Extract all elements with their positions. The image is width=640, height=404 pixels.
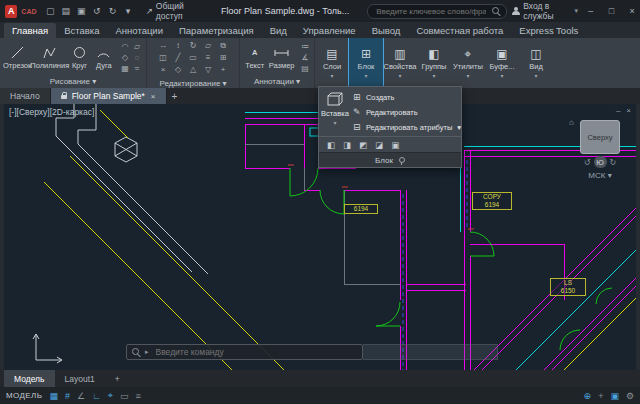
modify-tool-icon[interactable]: ▱ [201, 40, 216, 52]
panel-block-button[interactable]: ⊞ Блок ▾ [349, 38, 383, 88]
workspace-icon[interactable]: + [598, 391, 603, 401]
ribbon-tab-insert[interactable]: Вставка [56, 23, 107, 38]
close-button[interactable]: × [624, 6, 640, 16]
annotate-extra-icon[interactable]: ▤ [299, 63, 311, 74]
panel-modify-label[interactable]: Редактирование ▾ [147, 78, 239, 88]
block-attr-tool-icon[interactable]: ◨ [343, 140, 351, 150]
create-block-item[interactable]: ⊞ Создать [349, 90, 464, 104]
edit-attributes-item[interactable]: ⊟ Редактировать атрибуты ▾ [349, 120, 464, 134]
signin-link[interactable]: Вход в службы [523, 1, 569, 21]
viewcube[interactable]: ⌂ Сверху ↺ Ю ↻ МСК ▾ [572, 120, 628, 180]
ribbon-tab-home[interactable]: Главная [4, 23, 56, 38]
arc-tool[interactable]: Дуга [93, 45, 115, 70]
ribbon-tab-express[interactable]: Express Tools [511, 23, 586, 38]
snap-toggle-icon[interactable]: # [65, 391, 70, 401]
block-attr-tool-icon[interactable]: ◪ [375, 140, 383, 150]
customization-gear-icon[interactable]: ⚙ [626, 391, 634, 401]
draw-extra-icon[interactable]: ◠ [119, 41, 131, 52]
qat-customize-icon[interactable]: ▾ [122, 6, 134, 16]
isolate-objects-icon[interactable]: ▣ [610, 391, 619, 401]
rotate-ccw-icon[interactable]: ↺ [584, 158, 591, 167]
open-file-icon[interactable]: ▤ [60, 6, 72, 16]
modify-tool-icon[interactable]: ◫ [156, 52, 171, 64]
panel-clipboard-button[interactable]: ▣ Буфе... ▾ [485, 38, 519, 88]
polar-tracking-icon[interactable]: ∠ [77, 391, 85, 401]
edit-block-item[interactable]: ✎ Редактировать [349, 105, 464, 119]
command-search-icon[interactable] [132, 348, 140, 356]
redo-icon[interactable]: ↻ [107, 6, 119, 16]
file-tab-start[interactable]: Начало [0, 88, 51, 104]
maximize-button[interactable]: □ [604, 6, 620, 16]
command-line[interactable]: ▸ [126, 344, 498, 360]
new-tab-button[interactable]: + [167, 88, 183, 104]
command-input[interactable] [154, 346, 357, 358]
model-tab[interactable]: Модель [4, 370, 55, 387]
ribbon-tab-collaborate[interactable]: Совместная работа [408, 23, 511, 38]
viewcube-face[interactable]: Сверху [580, 120, 620, 154]
undo-icon[interactable]: ↺ [91, 6, 103, 16]
modify-tool-icon[interactable]: △ [186, 64, 201, 76]
draw-extra-icon[interactable]: ▱ [131, 41, 143, 52]
panel-draw-label[interactable]: Рисование ▾ [0, 76, 146, 88]
app-logo-icon[interactable]: A [5, 5, 17, 18]
modify-tool-icon[interactable]: ↕ [171, 40, 186, 52]
transparency-toggle-icon[interactable]: ≡ [135, 391, 140, 401]
polyline-tool[interactable]: Полилиния [33, 45, 66, 70]
ortho-toggle-icon[interactable]: ∟ [92, 391, 101, 401]
viewport-minimize-icon[interactable]: – [616, 106, 620, 115]
modify-tool-icon[interactable]: ╱ [171, 52, 186, 64]
add-layout-button[interactable]: + [105, 370, 130, 387]
draw-extra-icon[interactable]: ≈ [131, 63, 143, 74]
modify-tool-icon[interactable]: ▭ [186, 52, 201, 64]
signin-caret-icon[interactable]: ▾ [574, 7, 578, 15]
block-attr-tool-icon[interactable]: ◧ [327, 140, 335, 150]
modify-tool-icon[interactable]: ↔ [156, 40, 171, 52]
panel-annotate-label[interactable]: Аннотации ▾ [240, 76, 314, 88]
line-tool[interactable]: Отрезок [3, 45, 31, 70]
file-tab-drawing[interactable]: Floor Plan Sample* × [51, 88, 167, 104]
panel-layers-button[interactable]: ▤ Слои ▾ [315, 38, 349, 88]
modify-tool-icon[interactable]: ▽ [201, 64, 216, 76]
share-button[interactable]: ↗ Общий доступ [146, 1, 201, 21]
search-icon[interactable] [492, 7, 500, 15]
draw-extra-icon[interactable]: ◌ [131, 52, 143, 63]
model-space-label[interactable]: МОДЕЛЬ [6, 391, 42, 400]
block-attr-tool-icon[interactable]: ▣ [391, 140, 399, 150]
save-file-icon[interactable]: ▣ [76, 6, 88, 16]
layout1-tab[interactable]: Layout1 [55, 370, 105, 387]
annotate-extra-icon[interactable]: ≔ [299, 41, 311, 52]
modify-tool-icon[interactable]: × [156, 64, 171, 76]
home-icon[interactable]: ⌂ [569, 118, 574, 127]
panel-properties-button[interactable]: ▥ Свойства ▾ [383, 38, 417, 88]
panel-view-button[interactable]: ◫ Вид ▾ [519, 38, 553, 88]
annotate-extra-icon[interactable]: ∡ [299, 52, 311, 63]
dimension-tool[interactable]: Размер [268, 45, 295, 70]
insert-block-button[interactable]: Вставка ▾ [321, 90, 349, 134]
modify-tool-icon[interactable]: ≡ [201, 52, 216, 64]
panel-utilities-button[interactable]: ⌖ Утилиты ▾ [451, 38, 485, 88]
modify-tool-icon[interactable]: ⧉ [216, 40, 231, 52]
modify-tool-icon[interactable]: + [216, 64, 231, 76]
grid-toggle-icon[interactable]: ▦ [49, 391, 58, 401]
modify-tool-icon[interactable]: ◇ [171, 64, 186, 76]
modify-tool-icon[interactable]: ↻ [186, 40, 201, 52]
pin-icon[interactable] [399, 157, 405, 163]
panel-groups-button[interactable]: ◧ Группы ▾ [417, 38, 451, 88]
text-tool[interactable]: А Текст [243, 45, 266, 70]
draw-extra-icon[interactable]: ◇ [119, 52, 131, 63]
help-search[interactable] [367, 4, 507, 19]
annotation-scale-icon[interactable]: ⊕ [584, 391, 592, 401]
viewport-close-icon[interactable]: × [626, 106, 631, 115]
rotate-cw-icon[interactable]: ↻ [610, 158, 617, 167]
block-attr-tool-icon[interactable]: ◩ [359, 140, 367, 150]
osnap-toggle-icon[interactable]: ⌖ [108, 390, 113, 401]
viewport-controls[interactable]: [-][Сверху][2D-каркас] [9, 107, 94, 117]
ribbon-tab-output[interactable]: Вывод [364, 23, 409, 38]
command-history-strip[interactable] [363, 344, 498, 360]
ribbon-tab-parametric[interactable]: Параметризация [171, 23, 262, 38]
lineweight-toggle-icon[interactable]: ▭ [120, 391, 129, 401]
help-search-input[interactable] [374, 6, 488, 17]
ribbon-tab-annotate[interactable]: Аннотации [107, 23, 171, 38]
circle-tool[interactable]: Круг [68, 45, 90, 70]
compass-south[interactable]: Ю [594, 156, 607, 168]
